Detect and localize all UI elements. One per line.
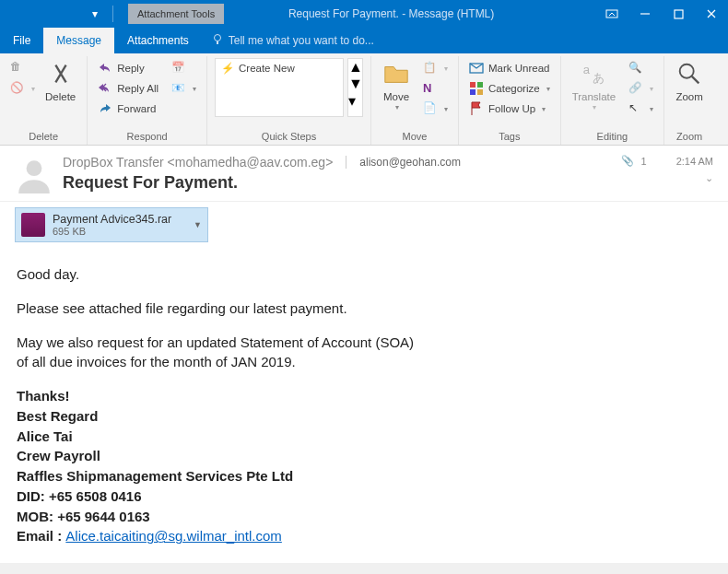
message-header: DropBox Transfer <mohamedha@aav.com.eg> … [0,146,728,202]
signature-email-link[interactable]: Alice.taicaiting@sg.wilmar_intl.com [65,528,281,544]
svg-rect-10 [470,89,476,95]
zoom-button[interactable]: Zoom [670,58,709,105]
junk-icon: 🚫 [10,81,25,96]
ribbon-group-zoom: Zoom Zoom [664,56,714,145]
translate-icon: aあ [580,60,607,88]
tab-message[interactable]: Message [43,28,114,53]
signature-line: Best Regard [17,408,98,424]
context-tab-attachment-tools[interactable]: Attachment Tools [128,4,224,24]
expand-header-button[interactable]: ⌄ [705,172,713,184]
delete-button[interactable]: Delete [40,58,81,105]
redo-button[interactable] [57,2,81,26]
signature-line: Alice Tai [17,428,73,444]
forward-button[interactable]: Forward [93,99,163,119]
maximize-button[interactable] [662,0,695,28]
reply-icon [98,61,112,76]
ribbon-group-tags: Mark Unread Categorize▾ Follow Up▾ Tags [459,56,561,145]
onenote-button[interactable]: N [418,78,452,99]
attachment-item[interactable]: Payment Advice345.rar 695 KB ▼ [15,207,208,242]
follow-up-button[interactable]: Follow Up▾ [464,99,555,119]
zoom-icon [675,60,703,88]
ribbon-display-button[interactable] [595,0,628,28]
rar-icon [21,213,45,237]
forward-icon [98,101,112,116]
close-button[interactable] [695,0,728,28]
body-paragraph: May we also request for an updated State… [17,333,711,353]
rules-icon: 📋 [423,61,438,76]
svg-rect-6 [217,41,218,44]
rules-button[interactable]: 📋▾ [418,58,452,78]
ribbon-group-move: Move ▾ 📋▾ N 📄▾ Move [371,56,459,145]
signature-line: DID: +65 6508 0416 [17,488,142,504]
junk-button[interactable]: 🚫▾ [6,78,40,99]
actions-button[interactable]: 📄▾ [418,99,452,119]
group-label-tags: Tags [464,129,555,145]
ribbon-group-quicksteps: ⚡Create New ▲▼▾ Quick Steps [207,56,371,145]
attachment-dropdown[interactable]: ▼ [194,220,202,229]
minimize-button[interactable] [628,0,662,28]
paperclip-icon: 📎 [621,155,634,167]
ribbon-group-delete: 🗑 🚫▾ Delete Delete [0,56,88,145]
move-button[interactable]: Move ▾ [377,58,416,113]
pointer-icon: ↖ [628,101,643,116]
envelope-icon [469,61,484,76]
group-label-zoom: Zoom [670,129,709,145]
reply-button[interactable]: Reply [93,58,163,78]
group-label-delete: Delete [6,129,81,145]
svg-rect-11 [477,89,483,95]
header-info: DropBox Transfer <mohamedha@aav.com.eg> … [63,155,612,193]
svg-line-15 [692,76,699,84]
mark-unread-button[interactable]: Mark Unread [464,58,555,78]
translate-button[interactable]: aあ Translate ▾ [567,58,622,113]
group-label-quicksteps: Quick Steps [213,129,365,145]
find-button[interactable]: 🔍 [624,58,658,78]
save-button[interactable] [6,2,29,26]
svg-point-16 [27,160,42,176]
select-button[interactable]: ↖▾ [624,99,658,119]
window-controls [595,0,728,28]
ribbon-group-editing: aあ Translate ▾ 🔍 🔗▾ ↖▾ Editing [561,56,665,145]
tab-file[interactable]: File [0,28,43,53]
signature-line: Thanks! [17,388,70,404]
body-paragraph: Please see attached file regarding our l… [17,299,711,319]
titlebar: ▾ Attachment Tools Request For Payment. … [0,0,728,28]
signature-line: MOB: +65 9644 0163 [17,509,150,524]
divider [346,156,346,169]
group-label-respond: Respond [93,129,201,145]
lightning-icon: ⚡ [221,62,234,75]
categorize-button[interactable]: Categorize▾ [464,78,555,99]
svg-text:a: a [583,63,591,76]
quicksteps-expand[interactable]: ▲▼▾ [347,58,363,117]
lightbulb-icon [211,33,224,49]
attachment-size: 695 KB [53,226,171,237]
attachment-count: 1 [641,156,647,167]
flag-icon [469,101,484,116]
onenote-icon: N [423,81,438,96]
tell-me-search[interactable]: Tell me what you want to do... [202,28,383,53]
to-field: alison@geohan.com [359,156,461,169]
quicksteps-gallery[interactable]: ⚡Create New [215,58,344,117]
signature-email-label: Email : [17,528,65,544]
body-paragraph: Good day. [17,264,711,285]
ignore-icon: 🗑 [10,61,25,76]
qat-customize-button[interactable]: ▾ [83,2,107,26]
search-icon: 🔍 [628,61,643,76]
meeting-button[interactable]: 📅 [167,58,201,78]
ignore-button[interactable]: 🗑 [6,58,40,78]
group-label-editing: Editing [567,129,659,145]
sender-avatar [15,155,53,193]
undo-button[interactable] [31,2,55,26]
from-field: DropBox Transfer <mohamedha@aav.com.eg> [63,155,333,170]
more-respond-button[interactable]: 📧▾ [167,78,201,99]
related-button[interactable]: 🔗▾ [624,78,658,99]
actions-icon: 📄 [423,101,438,116]
divider [112,6,113,22]
svg-text:あ: あ [593,71,605,85]
tab-attachments[interactable]: Attachments [114,28,202,53]
reply-all-icon [98,81,112,96]
window-title: Request For Payment. - Message (HTML) [224,7,595,20]
meeting-icon: 📅 [171,61,186,76]
categorize-icon [469,81,484,96]
ribbon-tabs: File Message Attachments Tell me what yo… [0,28,728,53]
reply-all-button[interactable]: Reply All [93,78,163,99]
